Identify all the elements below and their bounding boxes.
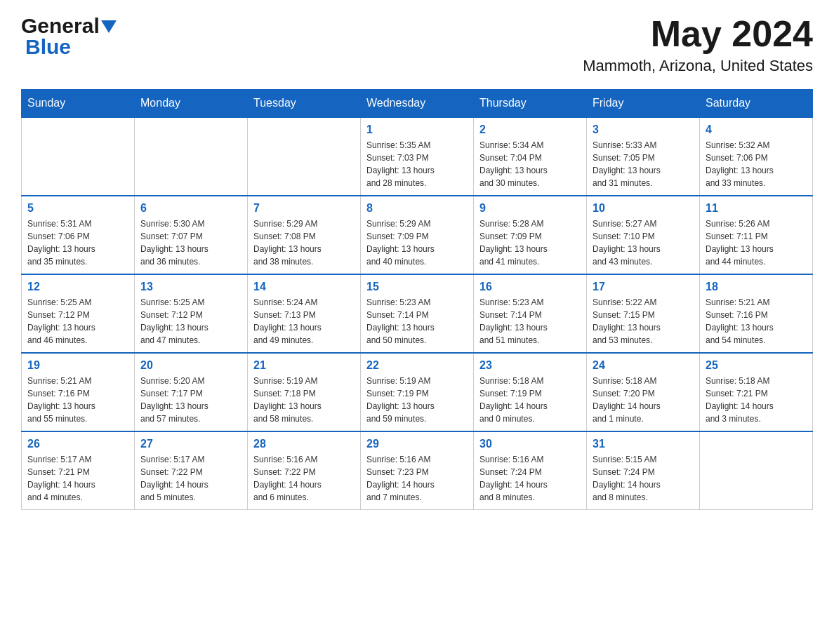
calendar-cell: 11Sunrise: 5:26 AM Sunset: 7:11 PM Dayli… — [700, 196, 813, 274]
day-number: 31 — [593, 438, 694, 450]
day-info: Sunrise: 5:18 AM Sunset: 7:19 PM Dayligh… — [479, 375, 581, 425]
calendar-cell: 9Sunrise: 5:28 AM Sunset: 7:09 PM Daylig… — [474, 196, 587, 274]
day-info: Sunrise: 5:33 AM Sunset: 7:05 PM Dayligh… — [593, 139, 694, 189]
calendar-cell — [135, 117, 248, 196]
day-number: 15 — [366, 281, 468, 293]
day-info: Sunrise: 5:29 AM Sunset: 7:08 PM Dayligh… — [253, 217, 355, 268]
day-info: Sunrise: 5:23 AM Sunset: 7:14 PM Dayligh… — [366, 296, 468, 347]
day-number: 4 — [706, 123, 807, 136]
calendar-table: SundayMondayTuesdayWednesdayThursdayFrid… — [21, 89, 813, 510]
day-header-friday: Friday — [587, 90, 700, 118]
day-info: Sunrise: 5:34 AM Sunset: 7:04 PM Dayligh… — [479, 139, 581, 189]
day-number: 20 — [140, 359, 241, 372]
calendar-cell: 18Sunrise: 5:21 AM Sunset: 7:16 PM Dayli… — [700, 274, 813, 353]
day-header-sunday: Sunday — [22, 90, 135, 118]
day-number: 23 — [479, 359, 581, 372]
calendar-cell: 10Sunrise: 5:27 AM Sunset: 7:10 PM Dayli… — [587, 196, 700, 274]
day-number: 30 — [479, 438, 581, 450]
day-number: 19 — [27, 359, 128, 372]
week-row-5: 26Sunrise: 5:17 AM Sunset: 7:21 PM Dayli… — [22, 431, 813, 510]
calendar-cell: 17Sunrise: 5:22 AM Sunset: 7:15 PM Dayli… — [587, 274, 700, 353]
calendar-cell: 2Sunrise: 5:34 AM Sunset: 7:04 PM Daylig… — [474, 117, 587, 196]
calendar-cell: 5Sunrise: 5:31 AM Sunset: 7:06 PM Daylig… — [22, 196, 135, 274]
day-header-thursday: Thursday — [474, 90, 587, 118]
day-info: Sunrise: 5:16 AM Sunset: 7:22 PM Dayligh… — [253, 453, 355, 504]
title-section: May 2024 Mammoth, Arizona, United States — [583, 14, 813, 75]
calendar-cell: 4Sunrise: 5:32 AM Sunset: 7:06 PM Daylig… — [700, 117, 813, 196]
day-number: 18 — [706, 281, 807, 293]
month-title: May 2024 — [583, 14, 813, 54]
calendar-cell: 28Sunrise: 5:16 AM Sunset: 7:22 PM Dayli… — [248, 431, 361, 510]
day-info: Sunrise: 5:27 AM Sunset: 7:10 PM Dayligh… — [593, 217, 694, 268]
logo-triangle-icon — [101, 20, 117, 33]
calendar-cell: 26Sunrise: 5:17 AM Sunset: 7:21 PM Dayli… — [22, 431, 135, 510]
day-number: 10 — [593, 202, 694, 215]
day-header-monday: Monday — [135, 90, 248, 118]
day-info: Sunrise: 5:19 AM Sunset: 7:19 PM Dayligh… — [366, 375, 468, 425]
day-number: 5 — [27, 202, 128, 215]
day-header-tuesday: Tuesday — [248, 90, 361, 118]
calendar-header-row: SundayMondayTuesdayWednesdayThursdayFrid… — [22, 90, 813, 118]
calendar-cell: 20Sunrise: 5:20 AM Sunset: 7:17 PM Dayli… — [135, 353, 248, 431]
day-info: Sunrise: 5:22 AM Sunset: 7:15 PM Dayligh… — [593, 296, 694, 347]
day-info: Sunrise: 5:21 AM Sunset: 7:16 PM Dayligh… — [27, 375, 128, 425]
calendar-cell: 24Sunrise: 5:18 AM Sunset: 7:20 PM Dayli… — [587, 353, 700, 431]
day-number: 7 — [253, 202, 355, 215]
calendar-cell — [22, 117, 135, 196]
day-number: 17 — [593, 281, 694, 293]
day-number: 2 — [479, 123, 581, 136]
day-info: Sunrise: 5:26 AM Sunset: 7:11 PM Dayligh… — [706, 217, 807, 268]
location-title: Mammoth, Arizona, United States — [583, 57, 813, 75]
day-info: Sunrise: 5:24 AM Sunset: 7:13 PM Dayligh… — [253, 296, 355, 347]
calendar-cell: 31Sunrise: 5:15 AM Sunset: 7:24 PM Dayli… — [587, 431, 700, 510]
day-info: Sunrise: 5:20 AM Sunset: 7:17 PM Dayligh… — [140, 375, 241, 425]
calendar-cell: 27Sunrise: 5:17 AM Sunset: 7:22 PM Dayli… — [135, 431, 248, 510]
calendar-cell: 3Sunrise: 5:33 AM Sunset: 7:05 PM Daylig… — [587, 117, 700, 196]
svg-marker-0 — [101, 20, 117, 33]
calendar-cell: 14Sunrise: 5:24 AM Sunset: 7:13 PM Dayli… — [248, 274, 361, 353]
logo: General Blue — [21, 14, 117, 59]
day-number: 25 — [706, 359, 807, 372]
calendar-cell: 22Sunrise: 5:19 AM Sunset: 7:19 PM Dayli… — [361, 353, 474, 431]
day-number: 21 — [253, 359, 355, 372]
day-info: Sunrise: 5:18 AM Sunset: 7:20 PM Dayligh… — [593, 375, 694, 425]
day-info: Sunrise: 5:15 AM Sunset: 7:24 PM Dayligh… — [593, 453, 694, 504]
day-info: Sunrise: 5:17 AM Sunset: 7:21 PM Dayligh… — [27, 453, 128, 504]
day-number: 28 — [253, 438, 355, 450]
calendar-cell: 8Sunrise: 5:29 AM Sunset: 7:09 PM Daylig… — [361, 196, 474, 274]
day-info: Sunrise: 5:18 AM Sunset: 7:21 PM Dayligh… — [706, 375, 807, 425]
page-header: General Blue May 2024 Mammoth, Arizona, … — [21, 14, 813, 75]
day-info: Sunrise: 5:25 AM Sunset: 7:12 PM Dayligh… — [140, 296, 241, 347]
day-header-saturday: Saturday — [700, 90, 813, 118]
week-row-3: 12Sunrise: 5:25 AM Sunset: 7:12 PM Dayli… — [22, 274, 813, 353]
day-number: 22 — [366, 359, 468, 372]
day-info: Sunrise: 5:32 AM Sunset: 7:06 PM Dayligh… — [706, 139, 807, 189]
day-number: 16 — [479, 281, 581, 293]
day-number: 13 — [140, 281, 241, 293]
week-row-2: 5Sunrise: 5:31 AM Sunset: 7:06 PM Daylig… — [22, 196, 813, 274]
calendar-cell: 12Sunrise: 5:25 AM Sunset: 7:12 PM Dayli… — [22, 274, 135, 353]
calendar-cell: 15Sunrise: 5:23 AM Sunset: 7:14 PM Dayli… — [361, 274, 474, 353]
day-number: 11 — [706, 202, 807, 215]
day-number: 6 — [140, 202, 241, 215]
calendar-cell: 13Sunrise: 5:25 AM Sunset: 7:12 PM Dayli… — [135, 274, 248, 353]
day-info: Sunrise: 5:28 AM Sunset: 7:09 PM Dayligh… — [479, 217, 581, 268]
calendar-cell — [700, 431, 813, 510]
calendar-cell: 6Sunrise: 5:30 AM Sunset: 7:07 PM Daylig… — [135, 196, 248, 274]
logo-blue-text: Blue — [21, 35, 71, 59]
day-info: Sunrise: 5:25 AM Sunset: 7:12 PM Dayligh… — [27, 296, 128, 347]
calendar-cell: 23Sunrise: 5:18 AM Sunset: 7:19 PM Dayli… — [474, 353, 587, 431]
day-info: Sunrise: 5:21 AM Sunset: 7:16 PM Dayligh… — [706, 296, 807, 347]
calendar-cell: 16Sunrise: 5:23 AM Sunset: 7:14 PM Dayli… — [474, 274, 587, 353]
day-number: 26 — [27, 438, 128, 450]
day-info: Sunrise: 5:31 AM Sunset: 7:06 PM Dayligh… — [27, 217, 128, 268]
week-row-1: 1Sunrise: 5:35 AM Sunset: 7:03 PM Daylig… — [22, 117, 813, 196]
day-number: 1 — [366, 123, 468, 136]
day-info: Sunrise: 5:19 AM Sunset: 7:18 PM Dayligh… — [253, 375, 355, 425]
day-number: 14 — [253, 281, 355, 293]
day-number: 24 — [593, 359, 694, 372]
day-info: Sunrise: 5:16 AM Sunset: 7:24 PM Dayligh… — [479, 453, 581, 504]
calendar-cell: 29Sunrise: 5:16 AM Sunset: 7:23 PM Dayli… — [361, 431, 474, 510]
calendar-cell — [248, 117, 361, 196]
calendar-cell: 30Sunrise: 5:16 AM Sunset: 7:24 PM Dayli… — [474, 431, 587, 510]
